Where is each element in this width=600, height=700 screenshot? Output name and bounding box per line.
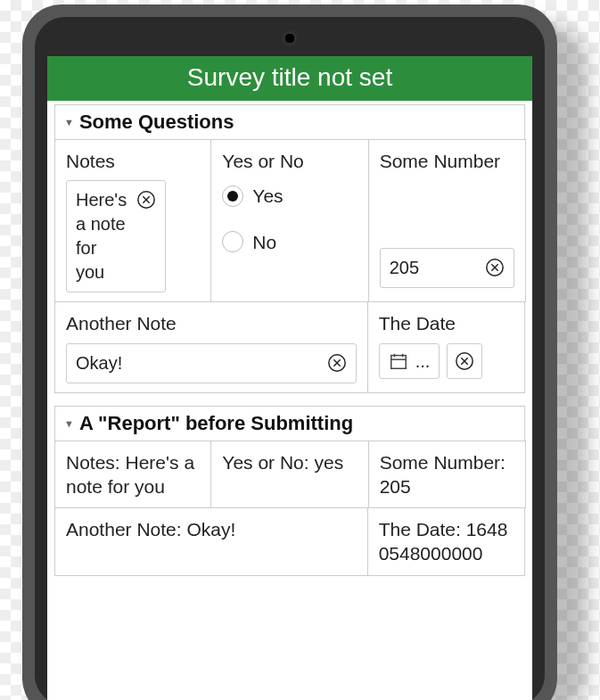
- tablet-bezel: Survey title not set ▼ Some Questions No…: [35, 17, 545, 700]
- report-yesno: Yes or No: yes: [211, 441, 368, 509]
- questions-row-1: Notes Here's a note for you: [54, 139, 525, 302]
- number-cell: Some Number 205: [369, 139, 526, 302]
- radio-icon-selected: [222, 185, 243, 207]
- notes-value: Here's a note for you: [76, 188, 129, 284]
- date-cell: The Date ...: [368, 302, 525, 392]
- radio-no-label: No: [252, 230, 276, 254]
- date-picker-button[interactable]: ...: [379, 343, 440, 379]
- calendar-icon: [389, 351, 408, 371]
- clear-date-button[interactable]: [447, 343, 482, 379]
- radio-no[interactable]: No: [222, 225, 357, 270]
- clear-another-note-button[interactable]: [327, 353, 347, 373]
- notes-cell: Notes Here's a note for you: [54, 139, 211, 302]
- another-note-label: Another Note: [66, 311, 357, 335]
- section-questions-title: Some Questions: [79, 111, 234, 134]
- yesno-radio-group: Yes No: [222, 178, 357, 270]
- section-gap: [54, 393, 525, 406]
- clear-notes-button[interactable]: [136, 190, 156, 210]
- section-questions-header[interactable]: ▼ Some Questions: [54, 104, 525, 139]
- notes-input[interactable]: Here's a note for you: [66, 180, 166, 292]
- notes-label: Notes: [66, 149, 200, 173]
- report-row-2: Another Note: Okay! The Date: 1648054800…: [54, 508, 525, 576]
- tablet-device-frame: Survey title not set ▼ Some Questions No…: [22, 4, 557, 700]
- chevron-down-icon: ▼: [64, 418, 74, 429]
- questions-row-2: Another Note Okay!: [54, 302, 525, 392]
- report-grid: Notes: Here's a note for you Yes or No: …: [54, 441, 525, 576]
- camera-icon: [281, 29, 299, 47]
- another-note-value: Okay!: [76, 351, 320, 375]
- chevron-down-icon: ▼: [64, 117, 74, 128]
- report-date: The Date: 16480548000000: [368, 508, 525, 576]
- x-circle-icon: [485, 258, 505, 277]
- report-row-1: Notes: Here's a note for you Yes or No: …: [54, 441, 525, 509]
- svg-rect-9: [390, 355, 406, 368]
- radio-icon: [222, 231, 243, 252]
- x-circle-icon: [327, 353, 347, 373]
- clear-number-button[interactable]: [485, 258, 505, 277]
- another-note-cell: Another Note Okay!: [54, 302, 368, 392]
- report-number: Some Number: 205: [369, 441, 526, 509]
- radio-yes[interactable]: Yes: [222, 178, 357, 224]
- section-report-header[interactable]: ▼ A "Report" before Submitting: [54, 406, 525, 441]
- number-value: 205: [390, 256, 478, 280]
- date-row: ...: [379, 343, 514, 379]
- number-label: Some Number: [380, 149, 514, 173]
- section-report-title: A "Report" before Submitting: [79, 412, 353, 435]
- date-label: The Date: [379, 311, 514, 335]
- yesno-cell: Yes or No Yes No: [211, 139, 368, 302]
- number-input[interactable]: 205: [380, 248, 514, 288]
- another-note-input[interactable]: Okay!: [66, 343, 357, 383]
- yesno-label: Yes or No: [222, 149, 357, 173]
- x-circle-icon: [455, 351, 474, 371]
- x-circle-icon: [136, 190, 156, 210]
- survey-title-bar: Survey title not set: [47, 56, 532, 101]
- report-another-note: Another Note: Okay!: [54, 508, 368, 576]
- screen: Survey title not set ▼ Some Questions No…: [47, 56, 532, 700]
- radio-yes-label: Yes: [252, 184, 283, 208]
- survey-title: Survey title not set: [187, 63, 392, 91]
- survey-content: ▼ Some Questions Notes Here's a note for…: [47, 101, 532, 576]
- report-notes: Notes: Here's a note for you: [54, 441, 211, 509]
- date-display: ...: [415, 350, 431, 373]
